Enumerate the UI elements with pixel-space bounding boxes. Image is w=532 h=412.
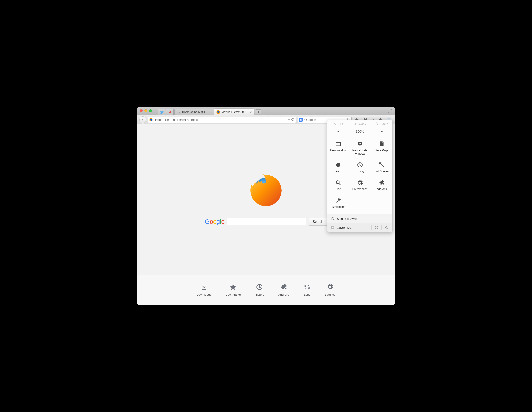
cut-label: Cut bbox=[338, 122, 343, 126]
edit-controls: Cut Copy Paste bbox=[327, 120, 392, 128]
menu-label: New Window bbox=[330, 149, 346, 152]
tabs: m Home of the Mozill… × Mozilla Firefox … bbox=[174, 109, 254, 115]
search-icon bbox=[335, 180, 341, 186]
tab-background-0[interactable]: m Home of the Mozill… × bbox=[174, 109, 214, 115]
search-engine-dropmarker-icon[interactable]: ▾ bbox=[304, 119, 305, 121]
launcher-label: History bbox=[255, 293, 264, 296]
menu-quit-button[interactable] bbox=[384, 225, 389, 230]
menu-fullscreen[interactable]: Full Screen bbox=[371, 159, 392, 176]
launcher-bookmarks[interactable]: Bookmarks bbox=[226, 284, 241, 296]
menu-grid: New Window New Private Window Save Page … bbox=[327, 135, 392, 214]
back-arrow-icon bbox=[141, 118, 144, 121]
tab-active[interactable]: Mozilla Firefox Star… × bbox=[214, 109, 254, 115]
new-tab-button[interactable]: + bbox=[255, 109, 261, 114]
copy-label: Copy bbox=[359, 122, 366, 126]
download-icon bbox=[200, 284, 208, 291]
launcher-label: Downloads bbox=[196, 293, 211, 296]
wrench-icon bbox=[335, 197, 341, 203]
google-logo: Google bbox=[205, 218, 225, 225]
menu-panel: Cut Copy Paste − 100% + New Window N bbox=[327, 119, 393, 232]
svg-rect-12 bbox=[336, 142, 341, 143]
launcher-label: Settings bbox=[325, 293, 336, 296]
menu-label: Developer bbox=[332, 205, 345, 209]
paste-icon bbox=[375, 122, 379, 125]
tab-close-icon[interactable]: × bbox=[250, 110, 252, 114]
launcher-addons[interactable]: Add-ons bbox=[278, 284, 289, 296]
reload-button[interactable] bbox=[291, 118, 294, 122]
mask-icon bbox=[357, 141, 363, 147]
google-search-row: Google Search bbox=[205, 218, 327, 226]
page-icon bbox=[379, 141, 385, 147]
url-input[interactable] bbox=[165, 118, 287, 122]
menu-save-page[interactable]: Save Page bbox=[371, 137, 392, 159]
identity-box[interactable]: Firefox bbox=[149, 117, 164, 123]
menu-new-window[interactable]: New Window bbox=[327, 137, 349, 159]
zoom-in-button[interactable]: + bbox=[371, 128, 392, 135]
identity-label: Firefox bbox=[153, 118, 162, 121]
separator bbox=[371, 225, 372, 230]
power-icon bbox=[385, 226, 389, 229]
menu-label: Save Page bbox=[375, 149, 389, 152]
menu-label: Add-ons bbox=[376, 188, 387, 191]
pinned-tab-twitter[interactable] bbox=[158, 109, 166, 115]
launcher-settings[interactable]: Settings bbox=[325, 284, 336, 296]
zoom-level[interactable]: 100% bbox=[349, 128, 371, 135]
tab-label: Mozilla Firefox Star… bbox=[222, 110, 248, 114]
menu-customize-button[interactable]: Customize bbox=[337, 226, 351, 229]
search-engine-icon[interactable]: g bbox=[299, 118, 303, 122]
launcher-history[interactable]: History bbox=[255, 284, 264, 296]
reload-icon bbox=[291, 118, 294, 121]
window-minimize-button[interactable] bbox=[144, 109, 147, 112]
cut-button[interactable]: Cut bbox=[327, 120, 349, 128]
scissors-icon bbox=[333, 122, 337, 125]
url-dropmarker-icon[interactable]: ▾ bbox=[288, 119, 290, 121]
menu-label: Find bbox=[336, 188, 341, 191]
copy-button[interactable]: Copy bbox=[349, 120, 371, 128]
svg-line-15 bbox=[339, 183, 341, 185]
firefox-icon bbox=[149, 118, 153, 121]
menu-addons[interactable]: Add-ons bbox=[371, 176, 392, 194]
paste-label: Paste bbox=[380, 122, 388, 126]
menu-find[interactable]: Find bbox=[327, 176, 349, 194]
menu-label: Full Screen bbox=[374, 170, 389, 173]
menu-label: New Private Window bbox=[350, 149, 370, 155]
menu-label: Print bbox=[335, 170, 341, 173]
launcher-sync[interactable]: Sync bbox=[304, 284, 311, 296]
plus-icon: + bbox=[331, 226, 334, 229]
gear-icon bbox=[357, 180, 363, 186]
menu-help-button[interactable]: ? bbox=[374, 225, 379, 230]
menu-new-private[interactable]: New Private Window bbox=[349, 137, 371, 159]
zoom-out-button[interactable]: − bbox=[327, 128, 349, 135]
zoom-controls: − 100% + bbox=[327, 128, 392, 135]
back-button[interactable] bbox=[139, 116, 146, 123]
menu-history[interactable]: History bbox=[349, 159, 371, 176]
twitter-icon bbox=[160, 110, 164, 114]
svg-point-1 bbox=[217, 111, 220, 113]
menu-preferences[interactable]: Preferences bbox=[349, 176, 371, 194]
launcher-downloads[interactable]: Downloads bbox=[196, 284, 211, 296]
menu-label: History bbox=[356, 170, 364, 173]
copy-icon bbox=[354, 122, 357, 125]
google-search-input[interactable] bbox=[227, 218, 306, 225]
puzzle-icon bbox=[280, 284, 287, 291]
window-zoom-button[interactable] bbox=[149, 109, 152, 112]
pinned-tab-gmail[interactable]: M bbox=[166, 109, 174, 115]
menu-print[interactable]: Print bbox=[327, 159, 349, 176]
svg-text:?: ? bbox=[376, 227, 377, 229]
menu-developer[interactable]: Developer bbox=[327, 194, 349, 212]
window-close-button[interactable] bbox=[140, 109, 142, 112]
tab-label: Home of the Mozill… bbox=[182, 110, 208, 114]
fullscreen-button[interactable] bbox=[389, 109, 392, 113]
mozilla-favicon: m bbox=[177, 110, 181, 114]
menu-customize-row: + Customize ? bbox=[327, 223, 392, 232]
tab-close-icon[interactable]: × bbox=[209, 110, 211, 114]
puzzle-icon bbox=[379, 180, 385, 186]
clock-icon bbox=[357, 162, 363, 168]
sync-icon bbox=[304, 284, 311, 291]
paste-button[interactable]: Paste bbox=[371, 120, 392, 128]
url-bar[interactable]: Firefox ▾ bbox=[148, 117, 296, 123]
clock-icon bbox=[256, 284, 263, 291]
menu-sync[interactable]: Sign in to Sync bbox=[327, 214, 392, 223]
launcher-label: Add-ons bbox=[278, 293, 289, 296]
google-search-button[interactable]: Search bbox=[309, 218, 327, 226]
